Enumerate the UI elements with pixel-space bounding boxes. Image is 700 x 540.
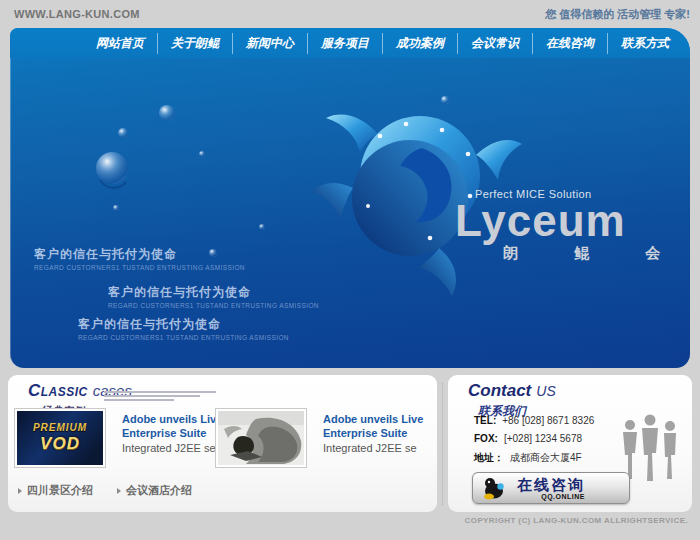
fineprint-decor	[104, 391, 216, 403]
bottom-links: 四川景区介绍 会议酒店介绍	[18, 483, 216, 498]
topbar-slogan: 您 值得信赖的 活动管理 专家!	[545, 7, 690, 22]
nav-item-online[interactable]: 在线咨询	[532, 33, 607, 54]
classic-cases-panel: Classiccases 经典案例 PREMIUM VOD Adobe unve…	[8, 375, 437, 512]
news-thumbnail-ink-painting[interactable]	[215, 408, 307, 468]
slogan-en: REGARD CUSTORNERS1 TUSTAND ENTRUSTING AS…	[34, 264, 245, 271]
slogan-cn: 客户的信任与托付为使命	[78, 316, 289, 333]
brand-name-chinese: 朗 鲲 会 务	[455, 244, 685, 263]
contact-row-fox: FOX:[+028] 1234 5678	[474, 433, 596, 444]
copyright-text: COPYRIGHT (C) LANG-KUN.COM ALLRIGHTSERVI…	[465, 516, 688, 525]
arrow-icon	[18, 488, 22, 494]
nav-item-cases[interactable]: 成功案例	[382, 33, 457, 54]
news-desc: Integrated J2EE se	[323, 442, 433, 454]
news-item[interactable]: PREMIUM VOD Adobe unveils Live Enterpris…	[14, 408, 232, 468]
link-conference-hotels[interactable]: 会议酒店介绍	[117, 483, 192, 498]
main-blue-block: 网站首页 关于朗鲲 新闻中心 服务项目 成功案例 会议常识 在线咨询 联系方式	[10, 28, 690, 368]
nav-item-contact[interactable]: 联系方式	[607, 33, 682, 54]
nav-item-home[interactable]: 网站首页	[83, 33, 157, 54]
contact-title-en: Contact	[468, 381, 531, 400]
classic-cases-title-en: Classic	[28, 381, 88, 400]
qq-online-consult-button[interactable]: 在线咨询 QQ.ONLINE	[472, 472, 630, 504]
page: WWW.LANG-KUN.COM 您 值得信赖的 活动管理 专家! 网站首页 关…	[0, 0, 700, 540]
panel-divider	[442, 383, 443, 505]
news-title-link[interactable]: Adobe unveils Live Enterprise Suite	[323, 412, 433, 441]
vod-text: VOD	[40, 434, 80, 454]
slogan-en: REGARD CUSTORNERS1 TUSTAND ENTRUSTING AS…	[78, 334, 289, 341]
brand-name: Lyceum	[455, 200, 685, 242]
news-item[interactable]: Adobe unveils Live Enterprise Suite Inte…	[215, 408, 433, 468]
arrow-icon	[117, 488, 121, 494]
contact-panel: ContactUS 联系我们 TEL:+86 [028] 8671 8326 F…	[448, 375, 692, 512]
contact-row-tel: TEL:+86 [028] 8671 8326	[474, 415, 596, 426]
banner-slogan-2: 客户的信任与托付为使命 REGARD CUSTORNERS1 TUSTAND E…	[108, 284, 319, 309]
site-url: WWW.LANG-KUN.COM	[14, 8, 140, 20]
vod-premium-text: PREMIUM	[33, 422, 87, 433]
contact-title-en2: US	[536, 383, 555, 399]
hero-banner: Perfect MICE Solution Lyceum 朗 鲲 会 务 客户的…	[10, 58, 690, 368]
logo-wordmark: Perfect MICE Solution Lyceum 朗 鲲 会 务	[455, 188, 685, 263]
nav-item-news[interactable]: 新闻中心	[232, 33, 307, 54]
slogan-en: REGARD CUSTORNERS1 TUSTAND ENTRUSTING AS…	[108, 302, 319, 309]
nav-item-services[interactable]: 服务项目	[307, 33, 382, 54]
contact-row-address: 地址：成都商会大厦4F	[474, 451, 596, 465]
banner-slogan-1: 客户的信任与托付为使命 REGARD CUSTORNERS1 TUSTAND E…	[34, 246, 245, 271]
nav-item-about[interactable]: 关于朗鲲	[157, 33, 232, 54]
banner-slogan-3: 客户的信任与托付为使命 REGARD CUSTORNERS1 TUSTAND E…	[78, 316, 289, 341]
qq-button-sub: QQ.ONLINE	[517, 493, 585, 500]
qq-icon	[481, 475, 507, 501]
slogan-cn: 客户的信任与托付为使命	[108, 284, 319, 301]
main-nav: 网站首页 关于朗鲲 新闻中心 服务项目 成功案例 会议常识 在线咨询 联系方式	[10, 28, 690, 58]
nav-item-knowledge[interactable]: 会议常识	[457, 33, 532, 54]
ink-painting-art	[218, 411, 304, 465]
slogan-cn: 客户的信任与托付为使命	[34, 246, 245, 263]
news-thumbnail-premium-vod[interactable]: PREMIUM VOD	[14, 408, 106, 468]
topbar: WWW.LANG-KUN.COM 您 值得信赖的 活动管理 专家!	[0, 0, 700, 28]
link-sichuan-scenic[interactable]: 四川景区介绍	[18, 483, 93, 498]
qq-button-label: 在线咨询	[517, 477, 585, 492]
